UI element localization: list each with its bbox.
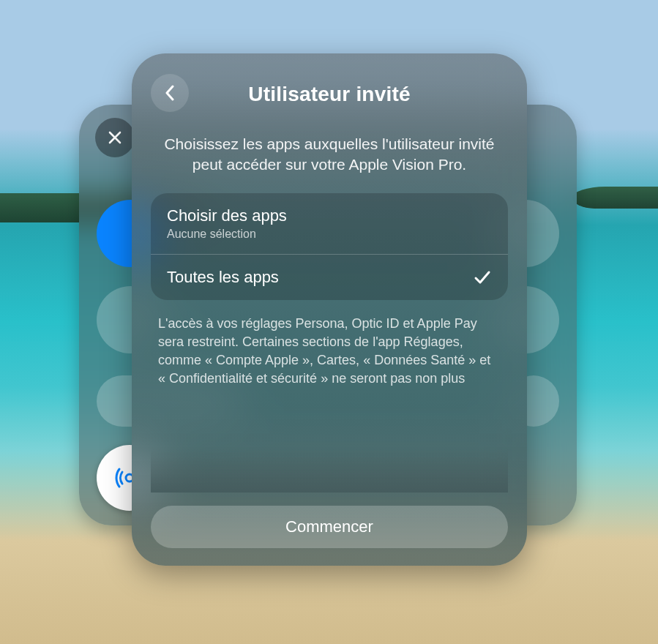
- start-button[interactable]: Commencer: [151, 506, 508, 548]
- modal-header: Utilisateur invité: [151, 74, 508, 115]
- guest-user-modal: Utilisateur invité Choisissez les apps a…: [132, 53, 527, 566]
- option-title: Choisir des apps: [167, 206, 287, 225]
- option-choose-apps[interactable]: Choisir des apps Aucune sélection: [151, 193, 508, 254]
- modal-title: Utilisateur invité: [248, 83, 410, 106]
- chevron-left-icon: [164, 85, 176, 101]
- option-all-apps[interactable]: Toutes les apps: [151, 254, 508, 300]
- access-restriction-note: L'accès à vos réglages Persona, Optic ID…: [151, 315, 508, 389]
- text-fade-overlay: [151, 449, 508, 493]
- option-subtitle: Aucune sélection: [167, 228, 287, 241]
- wallpaper-detail: [572, 187, 658, 209]
- app-access-options: Choisir des apps Aucune sélection Toutes…: [151, 193, 508, 300]
- start-button-label: Commencer: [285, 517, 373, 536]
- checkmark-icon: [473, 268, 492, 287]
- close-button[interactable]: [95, 118, 135, 157]
- modal-description: Choisissez les apps auxquelles l'utilisa…: [151, 134, 508, 176]
- back-button[interactable]: [151, 74, 189, 112]
- option-text: Choisir des apps Aucune sélection: [167, 206, 287, 241]
- option-title: Toutes les apps: [167, 268, 279, 287]
- close-icon: [108, 130, 122, 145]
